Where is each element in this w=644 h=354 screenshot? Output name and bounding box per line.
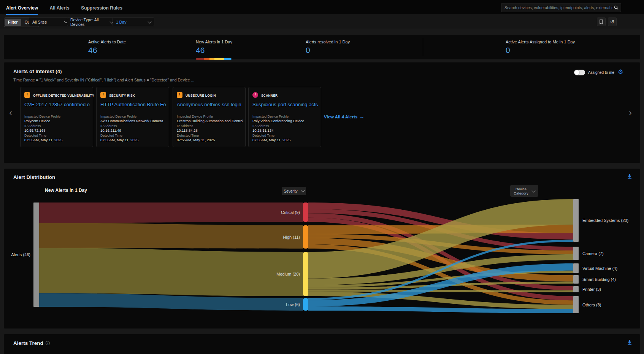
stat-value[interactable]: 0 (306, 46, 350, 55)
field-value: 07:55AM, May 11, 2025 (177, 138, 215, 142)
sankey-node-camera[interactable] (573, 247, 579, 260)
alert-card[interactable]: ! SCANNER Suspicious port scanning activ… (248, 87, 321, 147)
sankey-node-label: Alerts (46) (11, 252, 30, 257)
refresh-button[interactable]: ↺ (608, 18, 617, 26)
toggle-knob (574, 70, 579, 75)
field-value: 07:55AM, May 11, 2025 (252, 138, 290, 142)
alert-title-link[interactable]: HTTP Authentication Brute For… (100, 102, 166, 107)
sankey-node-label: Camera (7) (582, 251, 604, 256)
search-input[interactable] (504, 5, 614, 10)
severity-dropdown[interactable]: Severity (282, 187, 306, 195)
chevron-down-icon (301, 189, 305, 193)
alert-badge-icon: ! (24, 92, 30, 98)
alert-type-label: SECURITY RISK (109, 94, 135, 97)
sankey-node-label: Others (8) (582, 303, 601, 307)
field-value: 07:55AM, May 11, 2025 (100, 138, 138, 142)
field-label: Impacted Device Profile (177, 115, 213, 118)
field-value: Polycom Device (24, 119, 50, 123)
sankey-node-label: Medium (20) (276, 272, 300, 276)
search-icon (614, 5, 619, 10)
chevron-down-icon (531, 188, 535, 192)
field-label: Detected Time (252, 134, 274, 137)
alert-badge-icon: ! (177, 92, 182, 98)
tab-suppression-rules[interactable]: Suppression Rules (81, 0, 122, 15)
download-icon[interactable] (627, 340, 633, 346)
field-label: IP Address (24, 124, 41, 128)
tab-all-alerts[interactable]: All Alerts (50, 0, 70, 15)
sankey-node-label: Virtual Machine (4) (582, 266, 617, 271)
filter-bar: Filter Query All Sites Device Type: All … (0, 15, 644, 29)
sankey-flow[interactable] (39, 203, 303, 223)
time-range-dropdown[interactable]: 1 Day (113, 18, 154, 26)
sankey-node-vm[interactable] (573, 263, 579, 273)
field-value: 10.28.51.134 (252, 128, 273, 132)
alert-badge-icon: ! (100, 92, 106, 98)
stat-label: Alerts resolved in 1 Day (306, 40, 350, 44)
alert-card[interactable]: ! UNSECURE LOGIN Anonymous netbios-ssn l… (173, 87, 246, 147)
field-value: 10.55.72.168 (24, 128, 45, 132)
field-label: Detected Time (177, 134, 199, 137)
bookmark-button[interactable] (597, 18, 606, 26)
sites-dropdown[interactable]: All Sites (29, 18, 71, 26)
info-icon[interactable]: ⓘ (46, 341, 50, 346)
sankey-node-medium[interactable] (303, 252, 308, 296)
top-navigation-bar: Alert Overview All Alerts Suppression Ru… (0, 0, 644, 15)
stat-resolved-alerts: Alerts resolved in 1 Day 0 (306, 40, 350, 55)
sankey-source-label: New Alerts in 1 Day (45, 188, 87, 193)
alert-card[interactable]: ! SECURITY RISK HTTP Authentication Brut… (96, 87, 169, 147)
assigned-to-me-label: Assigned to me (588, 70, 614, 75)
alert-type-label: OFFLINE DETECTED VULNERABILITY (33, 94, 94, 97)
field-label: Impacted Device Profile (24, 115, 60, 118)
bookmark-icon (599, 19, 603, 24)
alert-distribution-title: Alert Distribution (13, 174, 55, 180)
view-all-label: View All 4 Alerts (324, 115, 357, 119)
sankey-node-label: Embedded Systems (20) (582, 218, 628, 223)
field-label: Detected Time (100, 134, 122, 137)
alert-title-link[interactable]: Suspicious port scanning activity (252, 102, 318, 107)
alert-stats-panel: Active Alerts to Date 46 New Alerts in 1… (4, 35, 640, 59)
sankey-node-alerts[interactable] (33, 203, 39, 307)
alert-title-link[interactable]: CVE-2017-12857 confirmed on… (24, 102, 90, 107)
alerts-of-interest-title: Alerts of Interest (4) (13, 69, 62, 74)
device-type-dropdown[interactable]: Device Type: All Devices (67, 18, 116, 26)
carousel-left-icon[interactable]: ‹ (9, 108, 12, 117)
sankey-node-printer[interactable] (573, 286, 579, 292)
assigned-to-me-toggle[interactable] (574, 70, 585, 75)
sankey-node-embedded[interactable] (573, 199, 579, 242)
sankey-node-high[interactable] (303, 225, 308, 249)
device-category-dropdown-label: Device Category (514, 187, 528, 195)
alert-title-link[interactable]: Anonymous netbios-ssn login a… (177, 102, 242, 107)
field-value: Poly Video Conferencing Device (252, 119, 304, 123)
stat-assigned-alerts: Active Alerts Assigned to Me in 1 Day 0 (506, 40, 575, 55)
alert-card[interactable]: ! OFFLINE DETECTED VULNERABILITY CVE-201… (20, 87, 93, 147)
download-icon[interactable] (627, 174, 633, 180)
view-all-alerts-link[interactable]: View All 4 Alerts→ (324, 113, 364, 120)
sankey-flow[interactable] (308, 290, 573, 292)
sankey-flow[interactable] (39, 248, 303, 296)
alert-type-label: SCANNER (261, 94, 278, 97)
device-category-dropdown[interactable]: Device Category (510, 185, 538, 197)
stat-value[interactable]: 46 (88, 46, 126, 55)
tab-alert-overview[interactable]: Alert Overview (6, 0, 38, 15)
sankey-node-sb[interactable] (573, 275, 579, 284)
alerts-of-interest-panel: Alerts of Interest (4) Time Range = "1 W… (4, 62, 640, 163)
sankey-node-others[interactable] (573, 296, 579, 313)
sankey-flow[interactable] (39, 223, 303, 249)
gear-icon[interactable]: ⚙ (618, 68, 623, 76)
carousel-right-icon[interactable]: › (629, 108, 632, 117)
divider (423, 38, 423, 56)
stat-new-alerts: New Alerts in 1 Day 46 (196, 40, 232, 55)
sankey-node-label: Low (6) (286, 302, 300, 307)
refresh-icon: ↺ (610, 19, 614, 25)
field-value: 10.118.84.28 (177, 128, 198, 132)
sankey-node-critical[interactable] (303, 203, 308, 222)
stat-value[interactable]: 46 (196, 46, 232, 55)
filter-mode-button[interactable]: Filter (5, 19, 21, 26)
stat-active-alerts: Active Alerts to Date 46 (88, 40, 126, 55)
arrow-right-icon: → (359, 113, 364, 120)
stat-label: Active Alerts Assigned to Me in 1 Day (506, 40, 575, 44)
sankey-node-label: Critical (9) (281, 210, 300, 215)
field-value: 07:55AM, May 11, 2025 (24, 138, 62, 142)
sankey-node-low[interactable] (303, 298, 308, 311)
stat-value[interactable]: 0 (506, 46, 575, 55)
